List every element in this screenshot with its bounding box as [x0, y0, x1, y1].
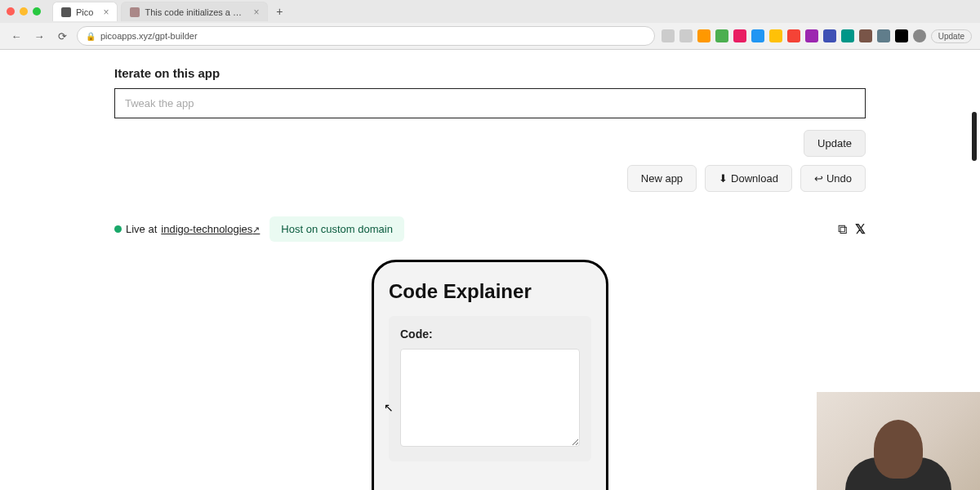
address-bar[interactable]: 🔒 picoapps.xyz/gpt-builder [77, 26, 655, 46]
extension-icon[interactable] [751, 29, 764, 42]
twitter-icon[interactable]: 𝕏 [855, 221, 866, 237]
tab-label: Pico [76, 7, 93, 17]
forward-button[interactable]: → [31, 28, 47, 44]
browser-chrome: Pico × This code initializes a fun... × … [0, 0, 980, 50]
favicon-icon [130, 7, 140, 17]
live-dot-icon [114, 225, 122, 233]
live-domain-text: indigo-technologies [161, 223, 252, 235]
tab-secondary[interactable]: This code initializes a fun... × [121, 2, 268, 21]
extension-icon[interactable] [697, 29, 710, 42]
reload-button[interactable]: ⟳ [54, 28, 70, 44]
extension-icon[interactable] [769, 29, 782, 42]
undo-label: Undo [826, 172, 852, 185]
download-label: Download [731, 172, 778, 185]
extension-icon[interactable] [679, 29, 693, 42]
phone-preview-wrap: Code Explainer Code: [114, 260, 866, 490]
code-textarea[interactable] [400, 349, 580, 447]
scrollbar[interactable] [972, 112, 977, 161]
extension-icon[interactable] [823, 29, 836, 42]
new-app-label: New app [641, 172, 683, 185]
maximize-window-icon[interactable] [33, 7, 41, 16]
minimize-window-icon[interactable] [20, 7, 28, 16]
extension-icon[interactable] [805, 29, 818, 42]
status-row: Live at indigo-technologies↗ Host on cus… [114, 216, 866, 242]
undo-button[interactable]: ↩ Undo [800, 165, 866, 192]
lock-icon: 🔒 [86, 32, 96, 41]
nav-row: ← → ⟳ 🔒 picoapps.xyz/gpt-builder Update [0, 23, 980, 49]
tab-pico[interactable]: Pico × [52, 2, 118, 21]
update-label: Update [817, 137, 852, 149]
app-title: Code Explainer [389, 280, 591, 303]
browser-update-label: Update [938, 32, 964, 41]
browser-update-button[interactable]: Update [931, 29, 972, 43]
code-card: Code: [389, 316, 591, 461]
download-icon: ⬇ [719, 172, 728, 185]
host-domain-button[interactable]: Host on custom domain [270, 216, 404, 242]
download-button[interactable]: ⬇ Download [705, 165, 792, 192]
close-tab-icon[interactable]: × [253, 7, 259, 18]
live-domain-link[interactable]: indigo-technologies↗ [161, 223, 260, 235]
tabs-row: Pico × This code initializes a fun... × … [0, 0, 980, 23]
update-button[interactable]: Update [804, 130, 866, 157]
webcam-overlay [817, 392, 980, 490]
back-button[interactable]: ← [8, 28, 24, 44]
tab-label: This code initializes a fun... [145, 7, 243, 17]
cursor-icon: ↖ [384, 401, 394, 414]
extensions-row: Update [662, 29, 972, 43]
external-link-icon: ↗ [252, 225, 260, 234]
new-tab-button[interactable]: + [271, 3, 287, 20]
extension-icon[interactable] [877, 29, 890, 42]
extension-icon[interactable] [715, 29, 728, 42]
section-title: Iterate on this app [114, 66, 866, 80]
phone-mockup: Code Explainer Code: [372, 260, 608, 490]
window-controls [7, 7, 41, 16]
close-window-icon[interactable] [7, 7, 15, 16]
new-app-button[interactable]: New app [627, 165, 697, 192]
extension-icon[interactable] [895, 29, 908, 42]
extension-icon[interactable] [662, 29, 675, 42]
url-text: picoapps.xyz/gpt-builder [100, 31, 198, 41]
host-domain-label: Host on custom domain [281, 223, 393, 235]
live-status: Live at indigo-technologies↗ [114, 223, 260, 235]
extension-icon[interactable] [787, 29, 800, 42]
favicon-icon [61, 7, 71, 17]
live-prefix: Live at [126, 223, 157, 235]
profile-avatar-icon[interactable] [913, 29, 926, 42]
copy-icon[interactable]: ⧉ [838, 222, 847, 237]
code-label: Code: [400, 327, 580, 341]
extension-icon[interactable] [841, 29, 854, 42]
tweak-input[interactable] [114, 88, 866, 118]
extension-icon[interactable] [733, 29, 746, 42]
extension-icon[interactable] [859, 29, 872, 42]
undo-icon: ↩ [814, 172, 823, 185]
close-tab-icon[interactable]: × [103, 7, 109, 18]
person-head [874, 420, 923, 479]
